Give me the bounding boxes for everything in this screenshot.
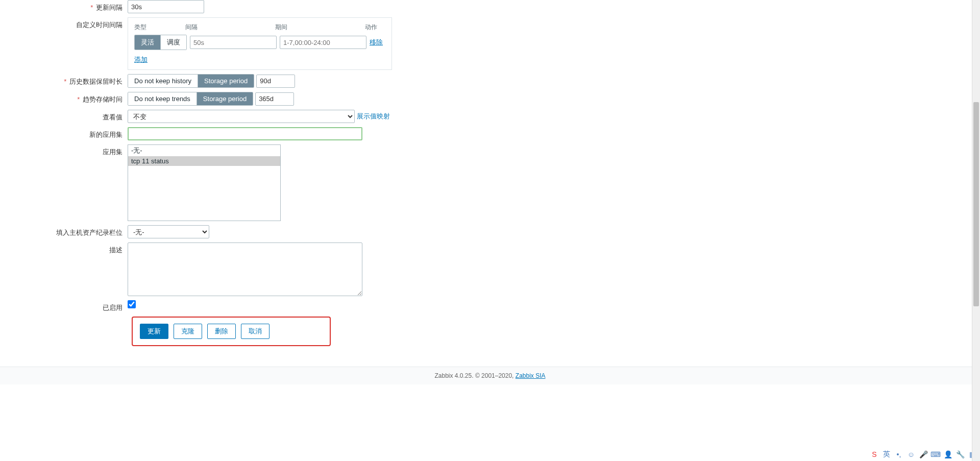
footer-text: Zabbix 4.0.25. © 2001–2020,: [435, 372, 516, 379]
apps-label: 应用集: [0, 144, 128, 157]
remove-interval-link[interactable]: 移除: [370, 38, 383, 47]
footer-link[interactable]: Zabbix SIA: [516, 372, 546, 379]
period-value-input[interactable]: [280, 36, 366, 49]
inventory-label: 填入主机资产纪录栏位: [0, 225, 128, 237]
delete-button[interactable]: 删除: [207, 324, 236, 339]
header-type: 类型: [134, 23, 185, 32]
new-app-label: 新的应用集: [0, 127, 128, 139]
scrollbar-thumb[interactable]: [973, 102, 979, 306]
trends-storage-button[interactable]: Storage period: [197, 92, 253, 105]
description-label: 描述: [0, 242, 128, 255]
history-value-input[interactable]: [256, 75, 295, 88]
view-value-select[interactable]: 不变: [128, 110, 355, 123]
history-label: * 历史数据保留时长: [0, 74, 128, 86]
custom-intervals-box: 类型 间隔 期间 动作 灵活 调度 移除 添加: [128, 17, 392, 70]
custom-intervals-label: 自定义时间间隔: [0, 17, 128, 30]
update-interval-label: * 更新间隔: [0, 0, 128, 12]
description-textarea[interactable]: [128, 242, 362, 296]
trends-value-input[interactable]: [255, 92, 294, 106]
header-action: 动作: [365, 23, 385, 32]
interval-type-flexible[interactable]: 灵活: [135, 35, 160, 50]
history-no-keep-button[interactable]: Do not keep history: [128, 75, 198, 87]
show-value-map-link[interactable]: 展示值映射: [357, 112, 390, 121]
trends-no-keep-button[interactable]: Do not keep trends: [128, 92, 197, 105]
interval-value-input[interactable]: [190, 36, 277, 49]
action-buttons-row: 更新 克隆 删除 取消: [132, 317, 331, 346]
scrollbar[interactable]: [972, 0, 980, 384]
cancel-button[interactable]: 取消: [241, 324, 270, 339]
new-app-input[interactable]: [128, 127, 362, 140]
list-item[interactable]: tcp 11 status: [128, 156, 280, 166]
trends-label: * 趋势存储时间: [0, 92, 128, 104]
update-button[interactable]: 更新: [140, 324, 168, 339]
header-period: 期间: [275, 23, 365, 32]
header-interval: 间隔: [185, 23, 275, 32]
clone-button[interactable]: 克隆: [174, 324, 202, 339]
interval-type-segment: 灵活 调度: [134, 35, 187, 50]
list-item[interactable]: -无-: [128, 145, 280, 156]
apps-listbox[interactable]: -无- tcp 11 status: [128, 144, 281, 221]
interval-type-scheduling[interactable]: 调度: [160, 35, 186, 50]
inventory-select[interactable]: -无-: [128, 225, 209, 238]
enabled-label: 已启用: [0, 300, 128, 312]
history-segment: Do not keep history Storage period: [128, 74, 254, 88]
enabled-checkbox[interactable]: [128, 300, 136, 308]
update-interval-input[interactable]: [128, 0, 204, 13]
view-value-label: 查看值: [0, 110, 128, 122]
history-storage-button[interactable]: Storage period: [198, 75, 254, 87]
add-interval-link[interactable]: 添加: [134, 56, 148, 63]
trends-segment: Do not keep trends Storage period: [128, 92, 253, 106]
footer: Zabbix 4.0.25. © 2001–2020, Zabbix SIA: [0, 367, 980, 384]
